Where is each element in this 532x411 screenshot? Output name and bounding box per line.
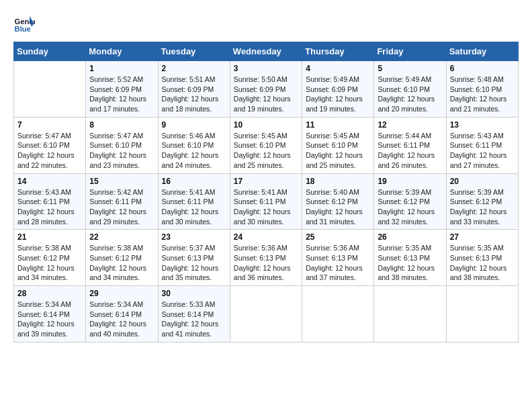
calendar-cell (302, 286, 374, 342)
day-number: 8 (89, 120, 154, 130)
calendar-cell: 12Sunrise: 5:44 AMSunset: 6:11 PMDayligh… (374, 117, 446, 173)
day-info: Sunrise: 5:43 AMSunset: 6:11 PMDaylight:… (450, 131, 515, 171)
day-info: Sunrise: 5:52 AMSunset: 6:09 PMDaylight:… (89, 75, 154, 114)
day-info: Sunrise: 5:49 AMSunset: 6:10 PMDaylight:… (378, 75, 442, 114)
page-header: General Blue (13, 13, 519, 35)
day-number: 5 (378, 64, 442, 73)
day-info: Sunrise: 5:45 AMSunset: 6:10 PMDaylight:… (234, 131, 298, 171)
weekday-header: Wednesday (230, 42, 302, 61)
calendar-table: SundayMondayTuesdayWednesdayThursdayFrid… (13, 42, 519, 342)
calendar-cell: 6Sunrise: 5:48 AMSunset: 6:10 PMDaylight… (446, 61, 518, 118)
day-info: Sunrise: 5:34 AMSunset: 6:14 PMDaylight:… (17, 300, 82, 339)
day-info: Sunrise: 5:37 AMSunset: 6:13 PMDaylight:… (162, 243, 226, 283)
calendar-cell: 19Sunrise: 5:39 AMSunset: 6:12 PMDayligh… (374, 173, 446, 230)
svg-text:Blue: Blue (15, 25, 31, 33)
day-number: 27 (450, 232, 515, 242)
day-info: Sunrise: 5:38 AMSunset: 6:12 PMDaylight:… (17, 243, 82, 283)
calendar-cell: 30Sunrise: 5:33 AMSunset: 6:14 PMDayligh… (158, 286, 230, 342)
day-number: 22 (89, 232, 154, 242)
calendar-cell (14, 61, 86, 118)
day-number: 11 (306, 120, 370, 130)
calendar-cell: 10Sunrise: 5:45 AMSunset: 6:10 PMDayligh… (230, 117, 302, 173)
weekday-header: Tuesday (158, 42, 230, 61)
day-number: 25 (306, 232, 370, 242)
day-info: Sunrise: 5:50 AMSunset: 6:09 PMDaylight:… (234, 75, 298, 114)
day-number: 21 (17, 232, 82, 242)
day-number: 29 (89, 289, 154, 298)
logo: General Blue (13, 13, 38, 35)
day-number: 4 (306, 64, 370, 73)
day-info: Sunrise: 5:44 AMSunset: 6:11 PMDaylight:… (378, 131, 442, 171)
calendar-cell: 4Sunrise: 5:49 AMSunset: 6:09 PMDaylight… (302, 61, 374, 118)
day-info: Sunrise: 5:39 AMSunset: 6:12 PMDaylight:… (450, 187, 515, 227)
calendar-cell (446, 286, 518, 342)
day-number: 19 (378, 177, 442, 186)
day-info: Sunrise: 5:40 AMSunset: 6:12 PMDaylight:… (306, 187, 370, 227)
day-number: 9 (162, 120, 226, 130)
calendar-cell (230, 286, 302, 342)
calendar-cell: 25Sunrise: 5:36 AMSunset: 6:13 PMDayligh… (302, 230, 374, 286)
day-number: 28 (17, 289, 82, 298)
day-info: Sunrise: 5:45 AMSunset: 6:10 PMDaylight:… (306, 131, 370, 171)
day-info: Sunrise: 5:49 AMSunset: 6:09 PMDaylight:… (306, 75, 370, 114)
calendar-cell: 24Sunrise: 5:36 AMSunset: 6:13 PMDayligh… (230, 230, 302, 286)
calendar-cell: 29Sunrise: 5:34 AMSunset: 6:14 PMDayligh… (86, 286, 158, 342)
calendar-cell: 5Sunrise: 5:49 AMSunset: 6:10 PMDaylight… (374, 61, 446, 118)
day-info: Sunrise: 5:46 AMSunset: 6:10 PMDaylight:… (162, 131, 226, 171)
calendar-cell (374, 286, 446, 342)
calendar-cell: 21Sunrise: 5:38 AMSunset: 6:12 PMDayligh… (14, 230, 86, 286)
day-info: Sunrise: 5:43 AMSunset: 6:11 PMDaylight:… (17, 187, 82, 227)
day-number: 7 (17, 120, 82, 130)
day-number: 26 (378, 232, 442, 242)
calendar-cell: 17Sunrise: 5:41 AMSunset: 6:11 PMDayligh… (230, 173, 302, 230)
weekday-header-row: SundayMondayTuesdayWednesdayThursdayFrid… (14, 42, 519, 61)
day-info: Sunrise: 5:35 AMSunset: 6:13 PMDaylight:… (450, 243, 515, 283)
day-info: Sunrise: 5:51 AMSunset: 6:09 PMDaylight:… (162, 75, 226, 114)
day-info: Sunrise: 5:48 AMSunset: 6:10 PMDaylight:… (450, 75, 515, 114)
calendar-cell: 13Sunrise: 5:43 AMSunset: 6:11 PMDayligh… (446, 117, 518, 173)
day-number: 16 (162, 177, 226, 186)
calendar-cell: 18Sunrise: 5:40 AMSunset: 6:12 PMDayligh… (302, 173, 374, 230)
calendar-cell: 1Sunrise: 5:52 AMSunset: 6:09 PMDaylight… (86, 61, 158, 118)
day-number: 3 (234, 64, 298, 73)
calendar-cell: 23Sunrise: 5:37 AMSunset: 6:13 PMDayligh… (158, 230, 230, 286)
calendar-cell: 27Sunrise: 5:35 AMSunset: 6:13 PMDayligh… (446, 230, 518, 286)
weekday-header: Friday (374, 42, 446, 61)
calendar-cell: 2Sunrise: 5:51 AMSunset: 6:09 PMDaylight… (158, 61, 230, 118)
calendar-cell: 9Sunrise: 5:46 AMSunset: 6:10 PMDaylight… (158, 117, 230, 173)
day-number: 14 (17, 177, 82, 186)
day-number: 23 (162, 232, 226, 242)
day-info: Sunrise: 5:42 AMSunset: 6:11 PMDaylight:… (89, 187, 154, 227)
calendar-week-row: 7Sunrise: 5:47 AMSunset: 6:10 PMDaylight… (14, 117, 519, 173)
calendar-cell: 16Sunrise: 5:41 AMSunset: 6:11 PMDayligh… (158, 173, 230, 230)
day-info: Sunrise: 5:47 AMSunset: 6:10 PMDaylight:… (89, 131, 154, 171)
day-number: 17 (234, 177, 298, 186)
calendar-cell: 28Sunrise: 5:34 AMSunset: 6:14 PMDayligh… (14, 286, 86, 342)
day-info: Sunrise: 5:35 AMSunset: 6:13 PMDaylight:… (378, 243, 442, 283)
day-info: Sunrise: 5:36 AMSunset: 6:13 PMDaylight:… (234, 243, 298, 283)
calendar-cell: 14Sunrise: 5:43 AMSunset: 6:11 PMDayligh… (14, 173, 86, 230)
day-number: 24 (234, 232, 298, 242)
day-number: 1 (89, 64, 154, 73)
day-info: Sunrise: 5:47 AMSunset: 6:10 PMDaylight:… (17, 131, 82, 171)
day-number: 6 (450, 64, 515, 73)
day-number: 10 (234, 120, 298, 130)
weekday-header: Monday (86, 42, 158, 61)
day-number: 18 (306, 177, 370, 186)
calendar-cell: 15Sunrise: 5:42 AMSunset: 6:11 PMDayligh… (86, 173, 158, 230)
day-info: Sunrise: 5:39 AMSunset: 6:12 PMDaylight:… (378, 187, 442, 227)
day-number: 20 (450, 177, 515, 186)
weekday-header: Saturday (446, 42, 518, 61)
day-number: 30 (162, 289, 226, 298)
day-number: 15 (89, 177, 154, 186)
calendar-cell: 22Sunrise: 5:38 AMSunset: 6:12 PMDayligh… (86, 230, 158, 286)
day-info: Sunrise: 5:41 AMSunset: 6:11 PMDaylight:… (162, 187, 226, 227)
calendar-cell: 3Sunrise: 5:50 AMSunset: 6:09 PMDaylight… (230, 61, 302, 118)
logo-icon: General Blue (13, 13, 35, 35)
calendar-week-row: 1Sunrise: 5:52 AMSunset: 6:09 PMDaylight… (14, 61, 519, 118)
day-info: Sunrise: 5:33 AMSunset: 6:14 PMDaylight:… (162, 300, 226, 339)
day-info: Sunrise: 5:36 AMSunset: 6:13 PMDaylight:… (306, 243, 370, 283)
calendar-week-row: 28Sunrise: 5:34 AMSunset: 6:14 PMDayligh… (14, 286, 519, 342)
day-info: Sunrise: 5:38 AMSunset: 6:12 PMDaylight:… (89, 243, 154, 283)
calendar-cell: 11Sunrise: 5:45 AMSunset: 6:10 PMDayligh… (302, 117, 374, 173)
